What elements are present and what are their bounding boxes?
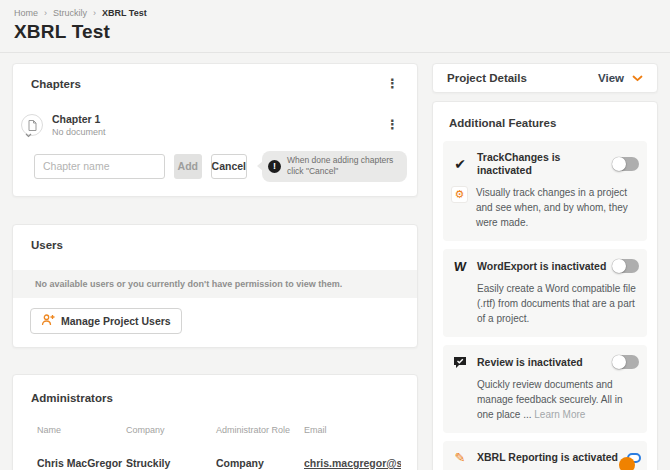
xbrl-reporting-icon: ✎ [451, 451, 469, 464]
feature-description: Visually track changes in a project and … [476, 185, 639, 230]
manage-project-users-button[interactable]: Manage Project Users [30, 308, 182, 334]
chapter-name-input[interactable] [34, 154, 165, 179]
administrators-table: Name Company Administrator Role Email Ch… [13, 425, 417, 470]
wordexport-icon: W [450, 260, 469, 273]
users-card: Users No available users or you currentl… [12, 224, 418, 348]
document-icon [21, 114, 43, 136]
column-header-email: Email [304, 425, 401, 435]
trackchanges-toggle[interactable] [612, 157, 639, 171]
users-empty-message: No available users or you currently don'… [13, 270, 417, 298]
admin-role: Company [216, 457, 304, 469]
review-icon [451, 356, 469, 369]
trackchanges-icon: ✔ [451, 157, 469, 171]
chevron-down-icon [632, 75, 643, 82]
feature-review: Review is inactivated Quickly review doc… [443, 345, 647, 433]
chapter-subtitle: No document [52, 127, 382, 137]
feature-title: XBRL Reporting is activated [477, 451, 627, 464]
column-header-company: Company [126, 425, 216, 435]
project-details-heading: Project Details [447, 72, 527, 84]
add-user-icon [41, 314, 55, 328]
learn-more-link[interactable]: Learn More [534, 409, 585, 420]
feature-wordexport: W WordExport is inactivated Easily creat… [443, 249, 647, 337]
chapter-name: Chapter 1 [52, 113, 382, 125]
tooltip-text: When done adding chapters click "Cancel" [287, 155, 399, 178]
page-title: XBRL Test [14, 21, 656, 43]
admin-company: Struckily [126, 457, 216, 469]
administrators-card: Administrators Name Company Administrato… [12, 374, 418, 470]
wordexport-toggle[interactable] [612, 259, 639, 273]
manage-project-users-label: Manage Project Users [61, 315, 171, 327]
trackchanges-settings-gear-icon[interactable]: ⚙ [451, 186, 468, 203]
feature-xbrl-reporting: ✎ XBRL Reporting is activated ⚙ Prepare,… [443, 441, 647, 470]
info-icon: ! [268, 160, 281, 173]
breadcrumb-struckily[interactable]: Struckily [53, 8, 87, 18]
chapter-row[interactable]: Chapter 1 No document ⋮ [21, 113, 403, 137]
breadcrumb-separator: › [44, 8, 47, 18]
breadcrumb-current: XBRL Test [102, 8, 147, 18]
view-dropdown-label: View [598, 72, 624, 84]
page-header: Home › Struckily › XBRL Test XBRL Test [0, 0, 670, 53]
chapters-tooltip: ! When done adding chapters click "Cance… [262, 151, 407, 182]
breadcrumb-home[interactable]: Home [14, 8, 38, 18]
chevron-down-icon [25, 133, 32, 138]
admin-name: Chris MacGregor [37, 457, 126, 469]
feature-description: Easily create a Word compatible file (.r… [477, 281, 639, 326]
table-row: Chris MacGregor Struckily Company chris.… [13, 449, 417, 470]
feature-title: Review is inactivated [477, 356, 612, 369]
review-toggle[interactable] [612, 355, 639, 369]
column-header-role: Administrator Role [216, 425, 304, 435]
admin-email-link[interactable]: chris.macgregor@st... [304, 457, 401, 469]
breadcrumb: Home › Struckily › XBRL Test [14, 8, 656, 18]
chapter-menu-icon[interactable]: ⋮ [382, 118, 403, 132]
chapters-card: Chapters ⋮ Chapter 1 No document ⋮ [12, 63, 418, 197]
additional-features-heading: Additional Features [449, 117, 647, 129]
feature-trackchanges: ✔ TrackChanges is inactivated ⚙ Visually… [443, 141, 647, 241]
column-header-name: Name [37, 425, 126, 435]
chapters-menu-icon[interactable]: ⋮ [382, 77, 403, 91]
additional-features-card: Additional Features ✔ TrackChanges is in… [432, 101, 658, 470]
feature-title: TrackChanges is inactivated [477, 151, 612, 177]
chapters-heading: Chapters [31, 78, 81, 90]
view-dropdown[interactable]: View [598, 72, 643, 84]
breadcrumb-separator: › [93, 8, 96, 18]
feature-description: Quickly review documents and manage feed… [477, 377, 639, 422]
project-details-card: Project Details View [432, 63, 658, 93]
page: Home › Struckily › XBRL Test XBRL Test C… [0, 0, 670, 470]
users-heading: Users [13, 225, 417, 251]
feature-title: WordExport is inactivated [477, 260, 612, 273]
add-chapter-button[interactable]: Add [174, 154, 202, 179]
cancel-button[interactable]: Cancel [211, 154, 247, 179]
administrators-heading: Administrators [13, 375, 417, 404]
toggle-focus-ring [627, 453, 641, 463]
